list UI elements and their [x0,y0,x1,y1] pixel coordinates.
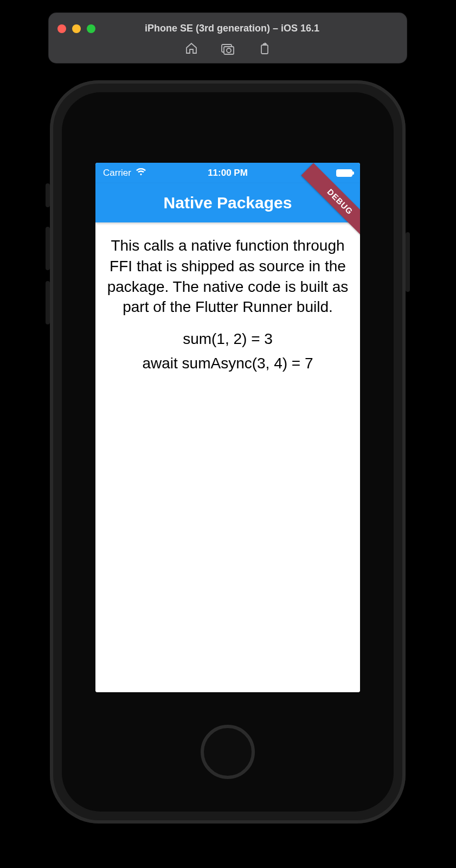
volume-down-button[interactable] [46,281,50,324]
sum-result-text: sum(1, 2) = 3 [105,327,350,352]
carrier-label: Carrier [103,168,131,178]
power-button[interactable] [406,232,410,292]
description-text: This calls a native function through FFI… [105,235,350,317]
status-time: 11:00 PM [186,168,269,178]
rotate-icon[interactable] [258,42,271,57]
close-window-button[interactable] [57,24,66,33]
app-bar-title: Native Packages [164,194,292,212]
simulator-titlebar: iPhone SE (3rd generation) – iOS 16.1 [49,13,407,63]
mute-switch[interactable] [46,183,50,207]
home-button[interactable] [201,725,255,779]
home-icon[interactable] [185,42,198,57]
battery-icon [336,169,352,177]
svg-rect-3 [261,45,268,54]
screenshot-icon[interactable] [221,42,235,57]
phone-frame: Carrier 11:00 PM Native Packages DEBUG T… [50,80,406,824]
sum-async-result-text: await sumAsync(3, 4) = 7 [105,352,350,376]
app-bar: Native Packages DEBUG [95,183,360,222]
wifi-icon [136,168,146,178]
svg-rect-1 [224,47,234,54]
volume-up-button[interactable] [46,227,50,270]
app-body: This calls a native function through FFI… [95,222,360,692]
simulator-toolbar [57,39,398,60]
device-screen: Carrier 11:00 PM Native Packages DEBUG T… [95,163,360,692]
simulator-window-title: iPhone SE (3rd generation) – iOS 16.1 [66,23,398,34]
